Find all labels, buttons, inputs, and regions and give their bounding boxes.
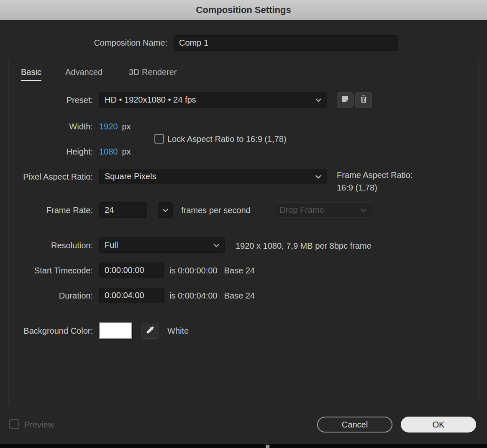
tab-3d-renderer[interactable]: 3D Renderer — [129, 66, 177, 81]
lock-aspect-label: Lock Aspect Ratio to 16:9 (1,78) — [167, 134, 287, 144]
tab-advanced-label: Advanced — [65, 67, 103, 77]
tab-3d-renderer-label: 3D Renderer — [129, 67, 177, 77]
eyedropper-button[interactable] — [141, 323, 159, 339]
resolution-label: Resolution: — [8, 240, 93, 250]
preset-value: HD • 1920x1080 • 24 fps — [105, 95, 196, 105]
save-preset-icon — [341, 95, 349, 105]
dialog-titlebar[interactable]: Composition Settings — [0, 0, 487, 20]
height-unit: px — [122, 147, 131, 157]
lock-aspect-checkbox[interactable] — [154, 134, 164, 144]
width-value[interactable]: 1920 — [99, 121, 118, 131]
duration-label: Duration: — [8, 291, 93, 301]
resolution-dropdown[interactable]: Full — [99, 237, 225, 253]
chevron-down-icon — [162, 208, 169, 212]
drop-frame-value: Drop Frame — [279, 205, 324, 215]
ok-button-label: OK — [433, 420, 445, 430]
resolution-value: Full — [105, 240, 118, 250]
window-bottom-edge — [0, 444, 487, 448]
width-label: Width: — [8, 121, 93, 131]
drop-frame-dropdown: Drop Frame — [274, 202, 372, 218]
composition-name-input[interactable] — [174, 35, 398, 51]
cancel-button-label: Cancel — [342, 420, 368, 430]
section-divider — [18, 228, 465, 228]
chevron-down-icon — [360, 208, 367, 212]
composition-name-label: Composition Name: — [42, 38, 167, 48]
chevron-down-icon — [315, 175, 322, 179]
frame-rate-label: Frame Rate: — [8, 205, 93, 215]
preview-label: Preview — [24, 420, 54, 430]
background-color-label: Background Color: — [8, 326, 93, 336]
resolution-info: 1920 x 1080, 7,9 MB per 8bpc frame — [236, 241, 372, 251]
frame-rate-input[interactable] — [99, 202, 147, 218]
background-color-swatch[interactable] — [99, 322, 132, 339]
height-label: Height: — [8, 147, 93, 157]
settings-panel-frame — [8, 59, 479, 404]
frames-per-second-label: frames per second — [181, 205, 251, 215]
save-preset-button[interactable] — [337, 92, 354, 108]
preset-label: Preset: — [8, 95, 93, 105]
background-color-name: White — [167, 326, 189, 336]
pixel-aspect-ratio-label: Pixel Aspect Ratio: — [8, 172, 93, 182]
eyedropper-icon — [146, 325, 155, 337]
preview-checkbox — [9, 419, 19, 429]
start-timecode-input[interactable] — [99, 263, 164, 278]
preset-dropdown[interactable]: HD • 1920x1080 • 24 fps — [99, 92, 327, 108]
composition-settings-dialog: Composition Settings Composition Name: B… — [0, 0, 487, 448]
width-unit: px — [122, 121, 131, 131]
cancel-button[interactable]: Cancel — [317, 417, 392, 433]
frame-aspect-ratio-label: Frame Aspect Ratio: — [337, 170, 413, 180]
tab-basic-label: Basic — [21, 67, 41, 77]
tab-basic[interactable]: Basic — [21, 66, 41, 81]
duration-info: is 0:00:04:00 — [169, 291, 218, 301]
ok-button[interactable]: OK — [401, 417, 476, 433]
frame-rate-dropdown-button[interactable] — [158, 202, 173, 218]
pixel-aspect-ratio-value: Square Pixels — [105, 172, 156, 181]
frame-aspect-ratio-value: 16:9 (1,78) — [337, 183, 377, 193]
chevron-down-icon — [315, 98, 322, 102]
trash-icon — [359, 95, 368, 106]
start-timecode-base: Base 24 — [224, 265, 255, 275]
window-edge-notch — [266, 445, 269, 448]
section-divider — [18, 313, 465, 313]
dialog-title: Composition Settings — [196, 5, 291, 15]
duration-base: Base 24 — [224, 291, 255, 301]
start-timecode-info: is 0:00:00:00 — [169, 265, 218, 275]
chevron-down-icon — [213, 243, 220, 247]
start-timecode-label: Start Timecode: — [8, 265, 93, 275]
height-value[interactable]: 1080 — [99, 147, 118, 157]
duration-input[interactable] — [99, 288, 164, 303]
tab-advanced[interactable]: Advanced — [65, 66, 103, 81]
delete-preset-button[interactable] — [355, 92, 372, 108]
pixel-aspect-ratio-dropdown[interactable]: Square Pixels — [99, 169, 327, 184]
